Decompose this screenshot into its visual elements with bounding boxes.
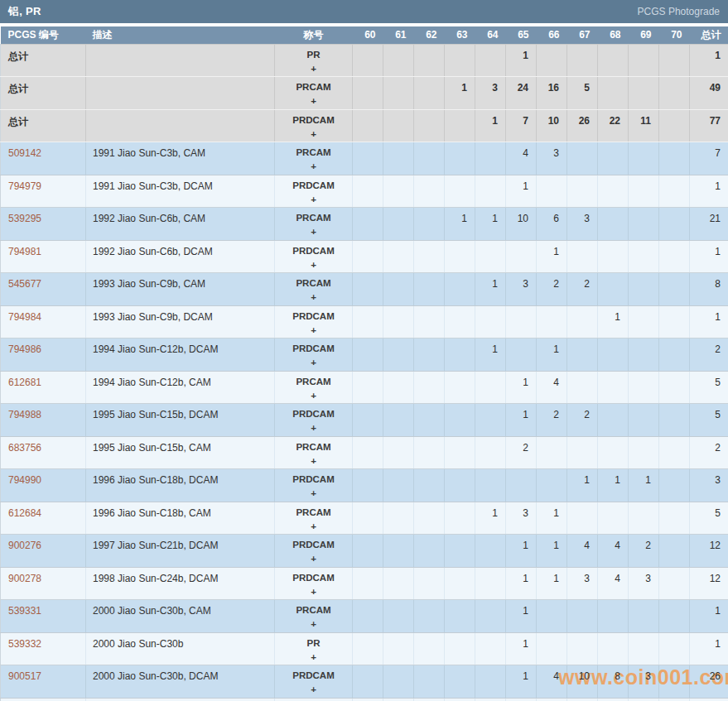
grade-count-cell-65 xyxy=(506,240,537,273)
grade-count-cell-70 xyxy=(659,175,690,208)
grade-count-cell-68: 4 xyxy=(598,535,629,568)
grade-count-cell-60 xyxy=(353,665,383,699)
row-total-value: 12 xyxy=(710,540,721,551)
grade-count-cell-65: 1 xyxy=(506,44,537,77)
grade-count-cell-66 xyxy=(537,469,567,502)
grade-count-cell-67 xyxy=(567,142,598,175)
grade-count-cell-64 xyxy=(475,600,506,633)
pcgs-number-link[interactable]: 794988 xyxy=(8,409,41,420)
grade-count-cell-70 xyxy=(659,77,690,110)
description-cell xyxy=(86,77,275,110)
grade-count-cell-69: 3 xyxy=(629,567,659,600)
table-header-row: PCGS 编号 描述 称号 6061626364656667686970总计 xyxy=(1,26,728,44)
grade-count: 7 xyxy=(523,115,528,127)
grade-count-cell-62 xyxy=(414,44,445,77)
grade-count: 1 xyxy=(615,474,620,486)
grade-count-cell-66: 1 xyxy=(537,535,567,568)
pcgs-number-link[interactable]: 794981 xyxy=(8,246,41,257)
col-header-grade-63: 63 xyxy=(445,26,475,44)
col-header-grade-62: 62 xyxy=(414,26,445,44)
designation-cell: PRCAM+ xyxy=(275,371,353,404)
grade-count-cell-67: 2 xyxy=(567,404,598,437)
photograde-link[interactable]: PCGS Photograde xyxy=(638,6,720,17)
pcgs-number-link[interactable]: 612681 xyxy=(8,377,41,388)
description-cell: 1992 Jiao Sun-C6b, CAM xyxy=(86,208,275,241)
description-text: 1992 Jiao Sun-C6b, CAM xyxy=(93,213,205,224)
pcgs-number-link[interactable]: 612684 xyxy=(8,507,41,519)
col-header-grade-61: 61 xyxy=(383,26,414,44)
col-header-pcgs-number: PCGS 编号 xyxy=(1,26,86,44)
grade-count-cell-64 xyxy=(475,305,506,338)
grade-count-cell-60 xyxy=(353,338,383,372)
grade-count: 1 xyxy=(461,213,467,224)
grade-count-cell-65: 1 xyxy=(506,175,537,208)
designation-text: PRDCAM xyxy=(275,113,352,127)
pcgs-number-link[interactable]: 794979 xyxy=(8,180,41,192)
table-row: 9508461999 Jiao Sun-C27b, DCAMPRDCAM+264… xyxy=(1,698,728,701)
description-cell: 2000 Jiao Sun-C30b, CAM xyxy=(86,600,275,633)
row-total-cell: 12 xyxy=(690,567,728,600)
designation-cell: PRDCAM+ xyxy=(275,175,353,208)
grade-count-cell-69: 2 xyxy=(629,535,659,568)
grade-count-cell-68: 8 xyxy=(598,665,629,699)
pcgs-number-link[interactable]: 900278 xyxy=(8,573,41,584)
grade-count-cell-65: 1 xyxy=(506,404,537,437)
grade-count-cell-60 xyxy=(353,305,383,338)
grade-count: 1 xyxy=(461,82,467,94)
description-text: 1994 Jiao Sun-C12b, DCAM xyxy=(93,343,218,355)
pcgs-number-cell: 794990 xyxy=(1,469,86,502)
grade-count-cell-61 xyxy=(383,240,414,273)
description-text: 1998 Jiao Sun-C24b, DCAM xyxy=(93,573,218,584)
grade-count-cell-69 xyxy=(629,208,659,241)
pcgs-number-link[interactable]: 794984 xyxy=(8,311,41,323)
grade-count: 1 xyxy=(492,507,498,519)
grade-count-cell-62 xyxy=(414,109,445,142)
row-total-cell: 1 xyxy=(690,632,728,665)
table-row: 5393322000 Jiao Sun-C30bPR+11 xyxy=(1,632,728,665)
pcgs-number-link[interactable]: 900517 xyxy=(8,670,41,682)
designation-plus: + xyxy=(275,290,352,305)
pcgs-number-link[interactable]: 509142 xyxy=(8,147,41,159)
designation-text: PRDCAM xyxy=(275,179,352,193)
grade-count-cell-61 xyxy=(383,208,414,241)
grade-count-cell-64 xyxy=(475,175,506,208)
description-text: 1996 Jiao Sun-C18b, CAM xyxy=(93,507,211,519)
grade-count: 1 xyxy=(492,115,498,127)
description-cell xyxy=(86,109,275,142)
table-row: 9002781998 Jiao Sun-C24b, DCAMPRDCAM+113… xyxy=(1,567,728,600)
total-label-cell: 总计 xyxy=(1,77,86,110)
pcgs-number-link[interactable]: 539295 xyxy=(8,213,41,224)
designation-plus: + xyxy=(275,324,352,338)
pcgs-number-link[interactable]: 794986 xyxy=(8,343,41,355)
grade-count: 10 xyxy=(548,115,559,127)
pcgs-number-link[interactable]: 539332 xyxy=(8,638,41,650)
grade-count-cell-60 xyxy=(353,502,383,535)
grade-count-cell-60 xyxy=(353,404,383,437)
pcgs-number-link[interactable]: 539331 xyxy=(8,605,41,617)
pcgs-number-link[interactable]: 794990 xyxy=(8,474,41,486)
table-row: 7949791991 Jiao Sun-C3b, DCAMPRDCAM+11 xyxy=(1,175,728,208)
grade-count: 4 xyxy=(615,573,620,584)
grade-count-cell-62 xyxy=(414,175,445,208)
grade-count-cell-68 xyxy=(598,77,629,110)
grade-count-cell-62 xyxy=(414,142,445,175)
grade-count-cell-63 xyxy=(445,109,475,142)
description-text: 1992 Jiao Sun-C6b, DCAM xyxy=(93,246,213,257)
grade-count-cell-68: 4 xyxy=(598,567,629,600)
grade-count-cell-61 xyxy=(383,665,414,699)
pcgs-number-link[interactable]: 683756 xyxy=(8,442,41,454)
page-title: 铝, PR xyxy=(8,4,41,19)
grade-count-cell-61 xyxy=(383,44,414,77)
pcgs-number-link[interactable]: 545677 xyxy=(8,278,41,290)
grade-count-cell-65: 2 xyxy=(506,436,537,469)
designation-cell: PRCAM+ xyxy=(275,600,353,633)
grade-count: 8 xyxy=(615,670,620,682)
grade-count-cell-69: 11 xyxy=(629,109,659,142)
grade-count-cell-63 xyxy=(445,469,475,502)
row-total-value: 2 xyxy=(715,442,721,454)
grade-count-cell-60 xyxy=(353,240,383,273)
pcgs-number-link[interactable]: 900276 xyxy=(8,540,41,551)
grade-count-cell-65: 1 xyxy=(506,600,537,633)
grade-count-cell-70 xyxy=(659,142,690,175)
grade-count: 10 xyxy=(518,213,528,224)
